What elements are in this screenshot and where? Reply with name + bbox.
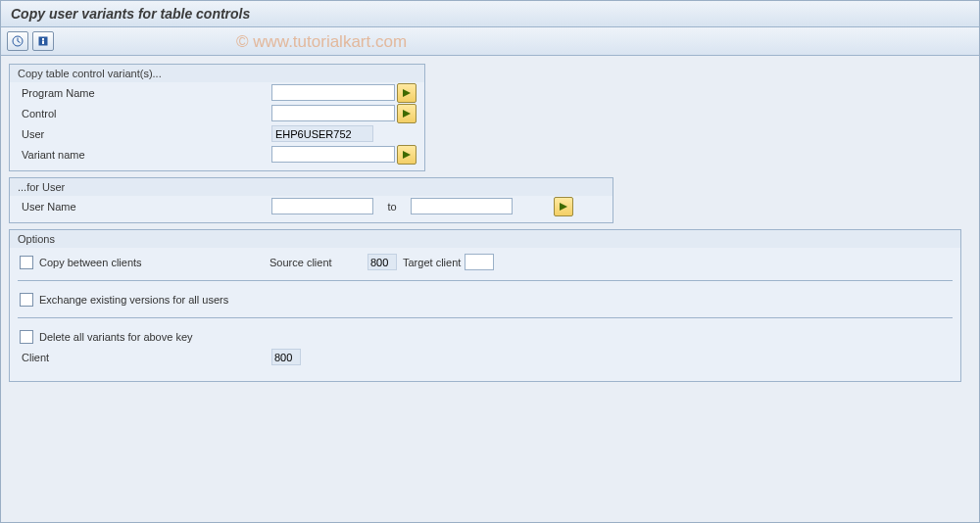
arrow-right-icon [402, 109, 412, 119]
user-label: User [18, 128, 271, 140]
arrow-right-icon [402, 88, 412, 98]
svg-rect-4 [42, 38, 44, 40]
svg-marker-9 [560, 203, 567, 211]
watermark: © www.tutorialkart.com [236, 32, 407, 52]
group-copy-variants: Copy table control variant(s)... Program… [9, 64, 425, 171]
program-name-select-button[interactable] [397, 83, 416, 103]
arrow-right-icon [559, 202, 568, 212]
separator [18, 280, 953, 281]
delete-variants-checkbox[interactable] [20, 330, 33, 344]
control-select-button[interactable] [397, 104, 416, 123]
sap-window: Copy user variants for table controls © … [0, 0, 980, 523]
content-area: Copy table control variant(s)... Program… [1, 56, 979, 522]
variant-select-button[interactable] [397, 145, 416, 165]
svg-marker-8 [403, 151, 411, 159]
source-client-input [368, 254, 397, 270]
svg-rect-5 [42, 41, 44, 45]
target-client-label: Target client [403, 257, 461, 268]
page-title: Copy user variants for table controls [1, 1, 979, 27]
copy-between-clients-checkbox[interactable] [20, 256, 33, 269]
group-copy-variants-title: Copy table control variant(s)... [10, 65, 424, 82]
svg-marker-6 [403, 89, 411, 97]
svg-marker-7 [403, 110, 411, 118]
info-icon [37, 35, 49, 47]
separator [18, 317, 953, 318]
control-input[interactable] [271, 105, 395, 121]
info-button[interactable] [32, 31, 54, 51]
client-label: Client [18, 352, 271, 363]
user-input [271, 125, 373, 142]
exchange-versions-checkbox[interactable] [20, 293, 33, 307]
toolbar: © www.tutorialkart.com [1, 27, 979, 56]
group-options-title: Options [10, 230, 960, 248]
user-range-select-button[interactable] [554, 197, 573, 216]
client-input [271, 349, 301, 365]
execute-button[interactable] [7, 31, 28, 51]
delete-variants-label: Delete all variants for above key [39, 331, 193, 343]
user-name-label: User Name [18, 201, 271, 213]
copy-between-clients-label: Copy between clients [39, 257, 142, 268]
group-for-user-title: ...for User [10, 178, 612, 196]
variant-input[interactable] [271, 146, 395, 163]
user-name-to-input[interactable] [411, 198, 513, 214]
svg-line-2 [18, 41, 21, 43]
group-for-user: ...for User User Name to [9, 177, 613, 223]
arrow-right-icon [402, 150, 412, 160]
group-options: Options Copy between clients Source clie… [9, 229, 961, 382]
user-name-from-input[interactable] [271, 198, 373, 214]
clock-execute-icon [12, 35, 24, 47]
exchange-versions-label: Exchange existing versions for all users [39, 294, 228, 306]
target-client-input[interactable] [465, 254, 494, 270]
program-name-input[interactable] [271, 84, 395, 101]
program-name-label: Program Name [18, 87, 271, 99]
to-label: to [373, 201, 411, 213]
control-label: Control [18, 108, 271, 119]
variant-label: Variant name [18, 149, 271, 161]
source-client-label: Source client [270, 257, 368, 268]
